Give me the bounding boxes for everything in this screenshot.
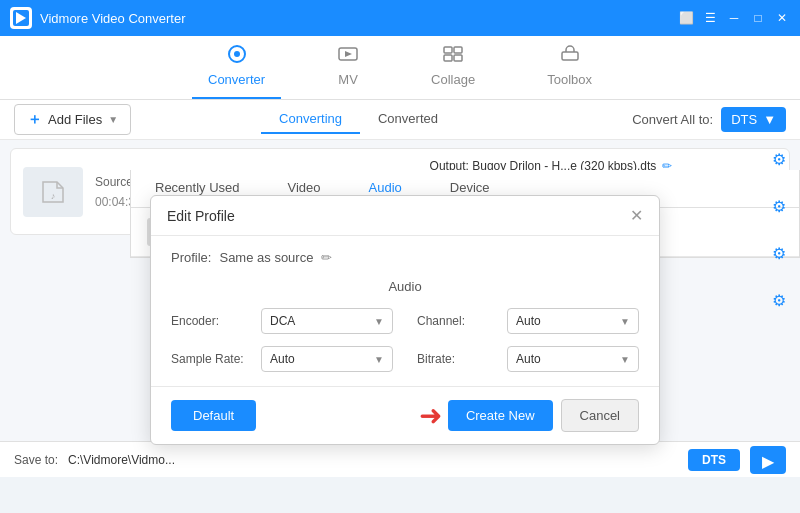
svg-point-3 [234, 51, 240, 57]
convert-all-label: Convert All to: [632, 112, 713, 127]
profile-label: Profile: [171, 250, 211, 265]
encoder-label: Encoder: [171, 314, 251, 328]
bitrate-select[interactable]: Auto ▼ [507, 346, 639, 372]
svg-rect-6 [454, 47, 462, 53]
dialog-close-button[interactable]: ✕ [630, 206, 643, 225]
converter-tab-label: Converter [208, 72, 265, 87]
sample-rate-value: Auto [270, 352, 295, 366]
sample-rate-row: Sample Rate: Auto ▼ [171, 346, 393, 372]
format-overlay: Recently Used Video Audio Device Same as… [0, 140, 800, 477]
edit-profile-dialog: Edit Profile ✕ Profile: Same as source ✏… [150, 195, 660, 445]
toolbar-tabs: Converting Converted [261, 105, 456, 134]
main-area: ♪ Source: Bugoy Dril... kbps) ⓘ 00:04:32… [0, 140, 800, 477]
toolbar-tab-converting[interactable]: Converting [261, 105, 360, 134]
msg-icon[interactable]: ⬜ [678, 10, 694, 26]
sample-rate-label: Sample Rate: [171, 352, 251, 366]
gear-icon-3[interactable]: ⚙ [772, 244, 786, 263]
convert-all-dropdown[interactable]: DTS ▼ [721, 107, 786, 132]
close-button[interactable]: ✕ [774, 10, 790, 26]
tab-toolbox[interactable]: Toolbox [531, 37, 608, 99]
svg-rect-7 [444, 55, 452, 61]
minimize-button[interactable]: ─ [726, 10, 742, 26]
window-controls: ⬜ ☰ ─ □ ✕ [678, 10, 790, 26]
tab-converter[interactable]: Converter [192, 37, 281, 99]
cancel-button[interactable]: Cancel [561, 399, 639, 432]
channel-label: Channel: [417, 314, 497, 328]
channel-value: Auto [516, 314, 541, 328]
convert-all-section: Convert All to: DTS ▼ [632, 107, 786, 132]
bitrate-label: Bitrate: [417, 352, 497, 366]
toolbar-tab-converted[interactable]: Converted [360, 105, 456, 134]
arrow-indicator: ➜ [419, 399, 442, 432]
toolbar: ＋ Add Files ▼ Converting Converted Conve… [0, 100, 800, 140]
sample-rate-chevron: ▼ [374, 354, 384, 365]
menu-icon[interactable]: ☰ [702, 10, 718, 26]
mv-tab-label: MV [338, 72, 358, 87]
collage-tab-label: Collage [431, 72, 475, 87]
sample-rate-select[interactable]: Auto ▼ [261, 346, 393, 372]
title-bar: Vidmore Video Converter ⬜ ☰ ─ □ ✕ [0, 0, 800, 36]
profile-value: Same as source [219, 250, 313, 265]
svg-rect-9 [562, 52, 578, 60]
svg-rect-8 [454, 55, 462, 61]
bitrate-row: Bitrate: Auto ▼ [417, 346, 639, 372]
collage-icon [442, 45, 464, 68]
dropdown-arrow-icon: ▼ [108, 114, 118, 125]
channel-row: Channel: Auto ▼ [417, 308, 639, 334]
tab-mv[interactable]: MV [321, 37, 375, 99]
nav-tabs: Converter MV Collage Toolb [0, 36, 800, 100]
bitrate-chevron: ▼ [620, 354, 630, 365]
mv-icon [337, 45, 359, 68]
dialog-title: Edit Profile [167, 208, 235, 224]
toolbox-icon [559, 45, 581, 68]
gear-icon-1[interactable]: ⚙ [772, 150, 786, 169]
app-icon [10, 7, 32, 29]
form-grid: Encoder: DCA ▼ Channel: Auto ▼ [171, 308, 639, 372]
encoder-chevron: ▼ [374, 316, 384, 327]
channel-chevron: ▼ [620, 316, 630, 327]
app-title: Vidmore Video Converter [40, 11, 678, 26]
add-files-button[interactable]: ＋ Add Files ▼ [14, 104, 131, 135]
svg-rect-5 [444, 47, 452, 53]
dialog-body: Profile: Same as source ✏ Audio Encoder:… [151, 236, 659, 386]
encoder-row: Encoder: DCA ▼ [171, 308, 393, 334]
gear-icon-4[interactable]: ⚙ [772, 291, 786, 310]
dialog-footer: Default ➜ Create New Cancel [151, 386, 659, 444]
encoder-value: DCA [270, 314, 295, 328]
profile-row: Profile: Same as source ✏ [171, 250, 639, 265]
converter-icon [226, 45, 248, 68]
channel-select[interactable]: Auto ▼ [507, 308, 639, 334]
gear-icon-2[interactable]: ⚙ [772, 197, 786, 216]
default-button[interactable]: Default [171, 400, 256, 431]
maximize-button[interactable]: □ [750, 10, 766, 26]
toolbox-tab-label: Toolbox [547, 72, 592, 87]
add-files-label: Add Files [48, 112, 102, 127]
encoder-select[interactable]: DCA ▼ [261, 308, 393, 334]
create-new-button[interactable]: Create New [448, 400, 553, 431]
plus-icon: ＋ [27, 110, 42, 129]
profile-edit-icon[interactable]: ✏ [321, 250, 332, 265]
dialog-header: Edit Profile ✕ [151, 196, 659, 236]
convert-all-format: DTS [731, 112, 757, 127]
dropdown-icon: ▼ [763, 112, 776, 127]
tab-collage[interactable]: Collage [415, 37, 491, 99]
bitrate-value: Auto [516, 352, 541, 366]
audio-section-title: Audio [171, 279, 639, 294]
footer-right: ➜ Create New Cancel [419, 399, 639, 432]
